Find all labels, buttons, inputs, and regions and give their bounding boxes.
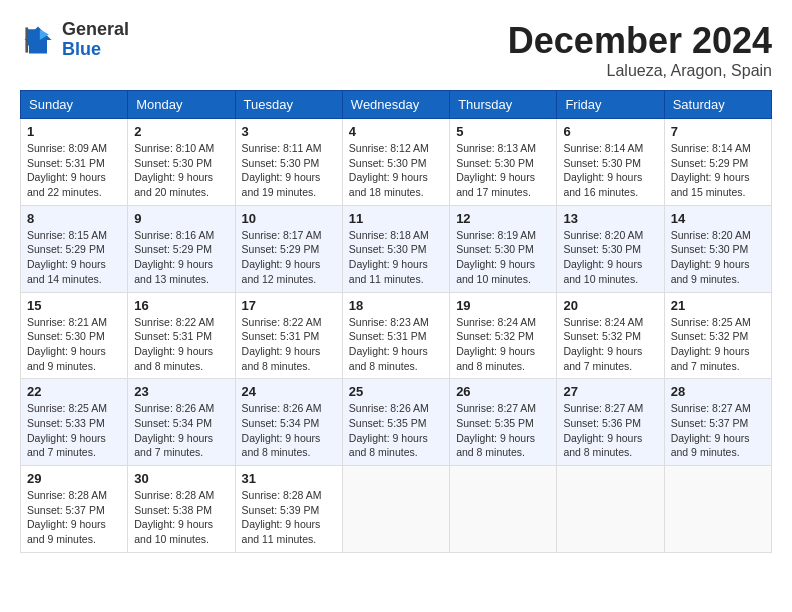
calendar-cell: 4Sunrise: 8:12 AMSunset: 5:30 PMDaylight… (342, 119, 449, 206)
calendar-body: 1Sunrise: 8:09 AMSunset: 5:31 PMDaylight… (21, 119, 772, 553)
calendar-cell: 19Sunrise: 8:24 AMSunset: 5:32 PMDayligh… (450, 292, 557, 379)
calendar-cell: 9Sunrise: 8:16 AMSunset: 5:29 PMDaylight… (128, 205, 235, 292)
day-number: 4 (349, 124, 443, 139)
calendar-cell: 7Sunrise: 8:14 AMSunset: 5:29 PMDaylight… (664, 119, 771, 206)
day-info: Sunrise: 8:27 AMSunset: 5:35 PMDaylight:… (456, 401, 550, 460)
day-info: Sunrise: 8:26 AMSunset: 5:34 PMDaylight:… (242, 401, 336, 460)
weekday-header-thursday: Thursday (450, 91, 557, 119)
day-number: 25 (349, 384, 443, 399)
logo-text: General Blue (62, 20, 129, 60)
calendar-cell: 12Sunrise: 8:19 AMSunset: 5:30 PMDayligh… (450, 205, 557, 292)
day-number: 31 (242, 471, 336, 486)
calendar-cell: 27Sunrise: 8:27 AMSunset: 5:36 PMDayligh… (557, 379, 664, 466)
calendar-cell: 28Sunrise: 8:27 AMSunset: 5:37 PMDayligh… (664, 379, 771, 466)
day-number: 17 (242, 298, 336, 313)
logo: General Blue (20, 20, 129, 60)
day-number: 8 (27, 211, 121, 226)
day-number: 12 (456, 211, 550, 226)
day-info: Sunrise: 8:19 AMSunset: 5:30 PMDaylight:… (456, 228, 550, 287)
page-header: General Blue December 2024 Lalueza, Arag… (20, 20, 772, 80)
svg-rect-5 (25, 27, 28, 52)
day-info: Sunrise: 8:20 AMSunset: 5:30 PMDaylight:… (671, 228, 765, 287)
day-number: 11 (349, 211, 443, 226)
day-number: 9 (134, 211, 228, 226)
title-block: December 2024 Lalueza, Aragon, Spain (508, 20, 772, 80)
day-number: 16 (134, 298, 228, 313)
day-info: Sunrise: 8:24 AMSunset: 5:32 PMDaylight:… (456, 315, 550, 374)
calendar-cell: 2Sunrise: 8:10 AMSunset: 5:30 PMDaylight… (128, 119, 235, 206)
day-number: 18 (349, 298, 443, 313)
day-info: Sunrise: 8:14 AMSunset: 5:30 PMDaylight:… (563, 141, 657, 200)
location: Lalueza, Aragon, Spain (508, 62, 772, 80)
logo-blue: Blue (62, 40, 129, 60)
calendar-cell: 21Sunrise: 8:25 AMSunset: 5:32 PMDayligh… (664, 292, 771, 379)
day-info: Sunrise: 8:13 AMSunset: 5:30 PMDaylight:… (456, 141, 550, 200)
calendar-week-1: 1Sunrise: 8:09 AMSunset: 5:31 PMDaylight… (21, 119, 772, 206)
calendar-week-2: 8Sunrise: 8:15 AMSunset: 5:29 PMDaylight… (21, 205, 772, 292)
calendar-cell: 15Sunrise: 8:21 AMSunset: 5:30 PMDayligh… (21, 292, 128, 379)
weekday-header-saturday: Saturday (664, 91, 771, 119)
day-number: 26 (456, 384, 550, 399)
calendar-cell: 11Sunrise: 8:18 AMSunset: 5:30 PMDayligh… (342, 205, 449, 292)
calendar-cell: 24Sunrise: 8:26 AMSunset: 5:34 PMDayligh… (235, 379, 342, 466)
day-info: Sunrise: 8:27 AMSunset: 5:36 PMDaylight:… (563, 401, 657, 460)
weekday-row: SundayMondayTuesdayWednesdayThursdayFrid… (21, 91, 772, 119)
day-info: Sunrise: 8:27 AMSunset: 5:37 PMDaylight:… (671, 401, 765, 460)
day-number: 21 (671, 298, 765, 313)
day-number: 3 (242, 124, 336, 139)
day-number: 19 (456, 298, 550, 313)
day-number: 29 (27, 471, 121, 486)
calendar-cell (664, 466, 771, 553)
day-number: 14 (671, 211, 765, 226)
day-info: Sunrise: 8:09 AMSunset: 5:31 PMDaylight:… (27, 141, 121, 200)
weekday-header-wednesday: Wednesday (342, 91, 449, 119)
day-number: 6 (563, 124, 657, 139)
day-number: 2 (134, 124, 228, 139)
day-info: Sunrise: 8:17 AMSunset: 5:29 PMDaylight:… (242, 228, 336, 287)
svg-rect-3 (27, 29, 40, 45)
calendar-table: SundayMondayTuesdayWednesdayThursdayFrid… (20, 90, 772, 553)
day-number: 15 (27, 298, 121, 313)
calendar-cell: 23Sunrise: 8:26 AMSunset: 5:34 PMDayligh… (128, 379, 235, 466)
day-number: 7 (671, 124, 765, 139)
day-info: Sunrise: 8:23 AMSunset: 5:31 PMDaylight:… (349, 315, 443, 374)
calendar-cell: 20Sunrise: 8:24 AMSunset: 5:32 PMDayligh… (557, 292, 664, 379)
day-info: Sunrise: 8:28 AMSunset: 5:39 PMDaylight:… (242, 488, 336, 547)
calendar-cell: 1Sunrise: 8:09 AMSunset: 5:31 PMDaylight… (21, 119, 128, 206)
calendar-cell: 18Sunrise: 8:23 AMSunset: 5:31 PMDayligh… (342, 292, 449, 379)
day-info: Sunrise: 8:20 AMSunset: 5:30 PMDaylight:… (563, 228, 657, 287)
day-info: Sunrise: 8:26 AMSunset: 5:35 PMDaylight:… (349, 401, 443, 460)
calendar-cell: 8Sunrise: 8:15 AMSunset: 5:29 PMDaylight… (21, 205, 128, 292)
day-info: Sunrise: 8:26 AMSunset: 5:34 PMDaylight:… (134, 401, 228, 460)
month-title: December 2024 (508, 20, 772, 62)
day-info: Sunrise: 8:10 AMSunset: 5:30 PMDaylight:… (134, 141, 228, 200)
calendar-cell: 17Sunrise: 8:22 AMSunset: 5:31 PMDayligh… (235, 292, 342, 379)
calendar-cell: 3Sunrise: 8:11 AMSunset: 5:30 PMDaylight… (235, 119, 342, 206)
weekday-header-sunday: Sunday (21, 91, 128, 119)
day-number: 13 (563, 211, 657, 226)
calendar-week-5: 29Sunrise: 8:28 AMSunset: 5:37 PMDayligh… (21, 466, 772, 553)
weekday-header-tuesday: Tuesday (235, 91, 342, 119)
calendar-cell: 13Sunrise: 8:20 AMSunset: 5:30 PMDayligh… (557, 205, 664, 292)
calendar-header: SundayMondayTuesdayWednesdayThursdayFrid… (21, 91, 772, 119)
day-info: Sunrise: 8:11 AMSunset: 5:30 PMDaylight:… (242, 141, 336, 200)
day-info: Sunrise: 8:24 AMSunset: 5:32 PMDaylight:… (563, 315, 657, 374)
calendar-cell: 22Sunrise: 8:25 AMSunset: 5:33 PMDayligh… (21, 379, 128, 466)
calendar-cell: 16Sunrise: 8:22 AMSunset: 5:31 PMDayligh… (128, 292, 235, 379)
day-info: Sunrise: 8:21 AMSunset: 5:30 PMDaylight:… (27, 315, 121, 374)
calendar-cell: 30Sunrise: 8:28 AMSunset: 5:38 PMDayligh… (128, 466, 235, 553)
day-number: 10 (242, 211, 336, 226)
day-info: Sunrise: 8:28 AMSunset: 5:37 PMDaylight:… (27, 488, 121, 547)
day-info: Sunrise: 8:14 AMSunset: 5:29 PMDaylight:… (671, 141, 765, 200)
day-info: Sunrise: 8:25 AMSunset: 5:32 PMDaylight:… (671, 315, 765, 374)
logo-icon (20, 22, 56, 58)
day-info: Sunrise: 8:16 AMSunset: 5:29 PMDaylight:… (134, 228, 228, 287)
calendar-week-3: 15Sunrise: 8:21 AMSunset: 5:30 PMDayligh… (21, 292, 772, 379)
day-info: Sunrise: 8:25 AMSunset: 5:33 PMDaylight:… (27, 401, 121, 460)
logo-general: General (62, 20, 129, 40)
day-info: Sunrise: 8:12 AMSunset: 5:30 PMDaylight:… (349, 141, 443, 200)
calendar-week-4: 22Sunrise: 8:25 AMSunset: 5:33 PMDayligh… (21, 379, 772, 466)
day-number: 28 (671, 384, 765, 399)
day-info: Sunrise: 8:28 AMSunset: 5:38 PMDaylight:… (134, 488, 228, 547)
day-number: 30 (134, 471, 228, 486)
